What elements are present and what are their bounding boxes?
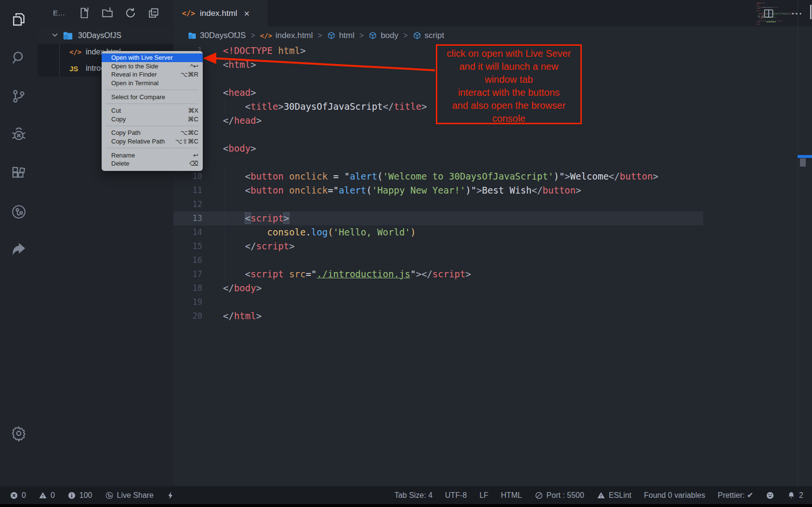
code-line-18[interactable]: 18</body> [173,281,812,295]
breadcrumb-item-html[interactable]: html [327,31,354,40]
line-number: 11 [173,183,202,197]
status-item-smiley[interactable] [766,491,774,500]
status-item-lf[interactable]: LF [479,491,488,500]
menu-item-reveal-in-finder[interactable]: Reveal in Finder⌥⌘R [102,70,203,79]
code-token: > [250,59,256,70]
code-line-11[interactable]: 11 <button onclick="alert('Happy New Yea… [173,183,812,197]
menu-item-shortcut: ↩ [193,152,198,159]
code-token: </ [223,283,234,293]
breadcrumb-item-body[interactable]: body [368,31,398,40]
annotation-line-3: interact with the buttons [437,86,580,99]
code-text: </script> [223,239,295,253]
code-token: < [245,171,250,182]
status-item-found-0-variables[interactable]: Found 0 variables [644,491,705,500]
menu-item-select-for-compare[interactable]: Select for Compare [102,92,203,101]
breadcrumb-item-index-html[interactable]: </>index.html [260,31,313,40]
activity-extensions[interactable] [0,154,38,193]
status-item-prettier-[interactable]: Prettier: ✔ [718,491,753,500]
status-item-0[interactable]: 0 [39,491,55,500]
code-token: </ [421,269,432,279]
refresh-icon[interactable] [124,7,137,19]
new-folder-icon[interactable] [101,7,114,19]
code-text: <title>30DaysOfJavaScript</title> [223,100,427,114]
code-token: Welcome [570,171,609,182]
menu-item-rename[interactable]: Rename↩ [102,151,203,159]
code-token: " [559,171,564,182]
code-line-15[interactable]: 15 </script> [173,239,812,253]
code-line-8[interactable]: 8<body> [173,142,812,156]
code-line-10[interactable]: 10 <button onclick = "alert('Welcome to … [173,169,812,183]
code-token: ./introduction.js [317,269,410,279]
code-line-9[interactable]: 9 [173,156,812,169]
menu-item-open-in-terminal[interactable]: Open in Terminal [102,79,203,88]
status-item-label: 0 [22,491,26,500]
code-token: < [223,59,228,70]
code-token: > [284,213,289,223]
status-item-eslint[interactable]: ESLint [597,491,631,500]
status-item-port-5500[interactable]: Port : 5500 [535,491,584,500]
menu-item-copy-relative-path[interactable]: Copy Relative Path⌥⇧⌘C [102,137,203,146]
code-line-12[interactable]: 12 [173,197,812,211]
activity-live-share[interactable] [0,193,38,231]
code-text: <!DOCTYPE html> [223,44,306,58]
menu-item-open-to-the-side[interactable]: Open to the Side^↩ [102,62,203,71]
menu-item-delete[interactable]: Delete⌫ [102,159,203,168]
breadcrumb-separator: > [359,31,364,40]
menu-item-copy-path[interactable]: Copy Path⌥⌘C [102,129,203,137]
status-item-utf-8[interactable]: UTF-8 [445,491,467,500]
menu-item-copy[interactable]: Copy⌘C [102,115,203,124]
status-item-tab-size-4[interactable]: Tab Size: 4 [394,491,432,500]
live-share-icon [105,491,114,500]
status-item-100[interactable]: 100 [67,491,92,500]
collapse-all-icon[interactable] [147,7,160,19]
breadcrumb-item-script[interactable]: script [413,31,445,40]
code-token [223,227,267,237]
code-line-19[interactable]: 19 [173,295,812,309]
code-line-14[interactable]: 14 console.log('Hello, World') [173,225,812,239]
status-right: Tab Size: 4UTF-8LFHTMLPort : 5500ESLintF… [394,491,803,500]
activity-settings[interactable] [0,414,38,453]
chevron-down-icon [51,31,59,40]
code-line-20[interactable]: 20</html> [173,309,812,323]
code-token: > [289,241,294,251]
folder-row-30daysofjs[interactable]: 30DaysOfJS [38,27,173,44]
menu-item-label: Select for Compare [111,93,198,101]
code-text: <button onclick="alert('Happy New Year!'… [223,183,581,197]
status-item-live-share[interactable]: Live Share [105,491,154,500]
activity-run-debug[interactable] [0,116,38,154]
code-token: < [245,213,250,223]
menu-item-open-with-live-server[interactable]: Open with Live Server [102,53,203,62]
new-file-icon[interactable] [78,7,91,19]
breadcrumb-item-30daysofjs[interactable]: 30DaysOfJS [188,31,246,40]
code-line-7[interactable]: 7 [173,128,812,142]
tabbar-scrollbar[interactable] [810,5,812,19]
activity-share[interactable] [0,231,38,270]
code-token: > [250,143,256,154]
status-item-0[interactable]: 0 [10,491,26,500]
tab-index-html[interactable]: </> index.html × [173,0,268,26]
code-token: " [311,269,316,279]
code-token: > [256,115,262,126]
status-item-2[interactable]: 2 [787,491,803,500]
folder-name: 30DaysOfJS [78,31,121,40]
menu-item-shortcut: ⌘C [188,116,198,123]
code-line-16[interactable]: 16 [173,253,812,267]
tab-close-icon[interactable]: × [244,9,250,18]
line-number: 17 [173,267,202,281]
activity-search[interactable] [0,39,38,77]
code-token: " [333,185,339,195]
html-file-icon: </> [69,48,84,56]
code-line-17[interactable]: 17 <script src="./introduction.js"></scr… [173,267,812,281]
minimap[interactable]: <!DOCTYPE html><html><head> <title>30Day… [756,2,798,25]
js-file-icon: JS [69,65,84,73]
status-item-bolt[interactable] [166,491,175,500]
activity-explorer[interactable] [0,0,38,39]
code-line-13[interactable]: 13 <script> [173,211,703,225]
annotation-line-5: console [437,112,580,125]
cube-icon [368,31,377,40]
annotation-box: click on open with Live Severand it will… [436,44,582,124]
menu-item-cut[interactable]: Cut⌘X [102,106,203,115]
status-item-html[interactable]: HTML [501,491,522,500]
activity-source-control[interactable] [0,77,38,116]
editor-scrollbar[interactable] [800,158,806,167]
